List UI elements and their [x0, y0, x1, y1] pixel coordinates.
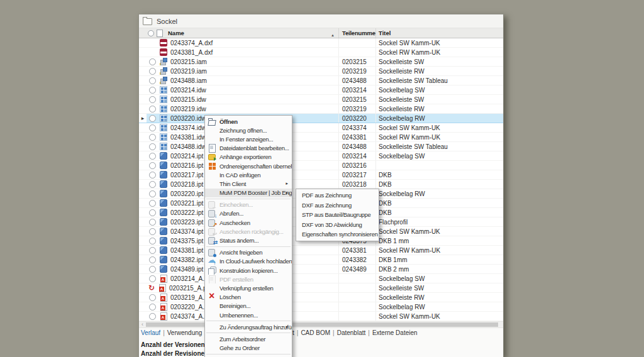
- row-select-circle[interactable]: [149, 219, 156, 226]
- tab-datenblatt[interactable]: Datenblatt: [337, 329, 366, 336]
- row-select-circle[interactable]: [149, 58, 156, 65]
- context-menu-item[interactable]: Öffnen: [205, 117, 292, 126]
- row-select-circle[interactable]: [149, 68, 156, 75]
- context-menu-item[interactable]: Status ändern...: [205, 236, 292, 244]
- table-row[interactable]: 0203215.iam 0203215 Sockelleiste SW: [139, 57, 503, 67]
- table-row[interactable]: 0203219.iam 0203219 Sockelleiste RW: [139, 67, 503, 76]
- row-gutter: [139, 85, 147, 94]
- table-row[interactable]: 0203214.ipt 0203214 Sockelbelag SW: [139, 151, 503, 161]
- row-select-circle[interactable]: [149, 228, 156, 235]
- context-menu-item[interactable]: Löschen: [205, 293, 292, 302]
- table-row[interactable]: 0243489.ipt 0243489 DKB 2 mm: [139, 265, 503, 274]
- context-menu-item[interactable]: Umbenennen...: [205, 310, 292, 319]
- table-row[interactable]: 0203217.ipt 0203217 DKB: [139, 170, 503, 180]
- row-select-circle[interactable]: [149, 96, 156, 103]
- context-menu-item[interactable]: MuM PDM Booster | Job Engine: [205, 189, 292, 197]
- column-header-teilenummer[interactable]: Teilenummer: [339, 28, 376, 38]
- file-name: 0243488.iam: [170, 77, 207, 84]
- table-row[interactable]: 0243381.ipt 0243381 Sockel RW Kamm-UK: [139, 246, 503, 255]
- titel-cell: Sockelbelag RW: [376, 114, 503, 123]
- table-row[interactable]: 0243381.idw 0243381 Sockel RW Kamm-UK: [139, 133, 503, 142]
- context-menu-item[interactable]: Konstruktion kopieren...: [205, 266, 292, 275]
- row-select-circle[interactable]: [149, 200, 156, 207]
- table-row[interactable]: 0243374_A.dxf Sockel SW Kamm-UK: [139, 38, 503, 48]
- table-row[interactable]: 0203220.idw 0203220 Sockelbelag RW: [139, 114, 503, 123]
- row-select-circle[interactable]: [149, 190, 156, 197]
- context-menu-item[interactable]: Ansicht freigeben: [205, 248, 292, 257]
- row-select-circle[interactable]: [149, 143, 156, 150]
- row-select-circle[interactable]: [149, 106, 156, 113]
- row-select-circle[interactable]: [149, 304, 156, 310]
- row-select-circle[interactable]: [149, 294, 156, 301]
- context-menu-item[interactable]: In Cloud-Laufwerk hochladen: [205, 257, 292, 266]
- row-select-circle[interactable]: [149, 256, 156, 263]
- row-select-circle[interactable]: [149, 238, 156, 244]
- row-select-circle[interactable]: [149, 77, 156, 84]
- tab-cad-bom[interactable]: CAD BOM: [301, 329, 330, 336]
- table-row[interactable]: 0243374_A.pdf Sockel SW Kamm-UK: [139, 312, 503, 321]
- horizontal-scrollbar[interactable]: [139, 321, 503, 327]
- row-select-circle[interactable]: [149, 172, 156, 178]
- row-select-circle[interactable]: [149, 181, 156, 188]
- context-menu-item[interactable]: Thin Client: [205, 179, 292, 188]
- idw-file-icon: [160, 124, 167, 131]
- column-header-name[interactable]: Name: [139, 28, 339, 38]
- context-menu-item[interactable]: Abrufen...: [205, 209, 292, 218]
- table-row[interactable]: 0203215.idw 0203215 Sockelleiste SW: [139, 95, 503, 104]
- row-select-circle[interactable]: [149, 115, 156, 122]
- table-row[interactable]: 0243488.idw 0243488 Sockelleiste SW Tabl…: [139, 142, 503, 151]
- context-menu-item[interactable]: Dateidatenblatt bearbeiten...: [205, 144, 292, 153]
- row-select-circle[interactable]: [149, 247, 156, 254]
- file-name-cell: 0203219.iam: [147, 67, 339, 75]
- row-select-circle[interactable]: [149, 153, 156, 160]
- submenu-item[interactable]: DXF von 3D Abwicklung: [296, 220, 379, 230]
- tab-verlauf[interactable]: Verlauf: [141, 329, 160, 336]
- submenu-item[interactable]: STP aus Bauteil/Baugruppe: [296, 210, 379, 220]
- table-row[interactable]: 0203219.idw 0203219 Sockelleiste RW: [139, 104, 503, 114]
- table-row[interactable]: 0203214.idw 0203214 Sockelbelag SW: [139, 85, 503, 95]
- row-select-circle[interactable]: [149, 266, 156, 273]
- context-menu-item[interactable]: Verknüpfung erstellen: [205, 283, 292, 292]
- scrollbar-thumb[interactable]: [146, 322, 498, 327]
- column-header-titel[interactable]: Titel: [376, 28, 503, 38]
- dxf-file-icon: [160, 48, 167, 56]
- table-row[interactable]: 0203219_A.pdf Sockelleiste RW: [139, 293, 503, 302]
- row-select-circle[interactable]: [149, 162, 156, 169]
- column-header-titel-label: Titel: [379, 30, 391, 36]
- table-row[interactable]: 0203215_A.pdf Sockelleiste SW: [139, 283, 503, 293]
- table-row[interactable]: 0203218.ipt 0203218 DKB: [139, 180, 503, 189]
- context-menu-item[interactable]: Zeichnung öffnen...: [205, 126, 292, 135]
- submenu-item[interactable]: Eigenschaften synchronisieren: [296, 229, 379, 239]
- context-menu-item[interactable]: Gehe zu Ordner: [205, 344, 292, 353]
- table-row[interactable]: 0243381_A.dxf Sockel RW Kamm-UK: [139, 48, 503, 57]
- context-menu-item[interactable]: Bereinigen...: [205, 302, 292, 310]
- ipt-file-icon: [160, 237, 167, 244]
- submenu-item[interactable]: DXF aus Zeichnung: [296, 200, 379, 211]
- row-select-circle[interactable]: [149, 209, 156, 216]
- row-select-circle[interactable]: [149, 134, 156, 141]
- table-row[interactable]: 0243488.iam 0243488 Sockelleiste SW Tabl…: [139, 76, 503, 85]
- context-menu-item[interactable]: Zum Arbeitsordner: [205, 334, 292, 343]
- submenu-item[interactable]: PDF aus Zeichnung: [296, 190, 379, 200]
- table-row[interactable]: 0203214_A.pdf Sockelbelag SW: [139, 274, 503, 283]
- tab-externe-dateien[interactable]: Externe Dateien: [372, 329, 418, 336]
- row-select-circle[interactable]: [149, 124, 156, 131]
- scroll-left-button[interactable]: [139, 322, 146, 327]
- context-menu-item[interactable]: In Fenster anzeigen...: [205, 135, 292, 143]
- context-menu-item[interactable]: In CAD einfügen: [205, 170, 292, 179]
- table-row[interactable]: 0203220_A.pdf Sockelbelag RW: [139, 302, 503, 312]
- row-select-circle[interactable]: [149, 87, 156, 94]
- context-menu-item[interactable]: Anhänge exportieren: [205, 153, 292, 162]
- menu-item-icon: [208, 189, 216, 197]
- menu-item-label: Thin Client: [219, 180, 246, 187]
- table-row[interactable]: 0203216.ipt 0203216: [139, 161, 503, 170]
- row-select-circle[interactable]: [149, 313, 156, 320]
- titel-cell: DKB: [376, 180, 503, 189]
- tab-verwendung[interactable]: Verwendung: [167, 329, 203, 336]
- context-menu-item[interactable]: Zu Änderungsauftrag hinzufügen: [205, 322, 292, 331]
- context-menu-item[interactable]: Ordnereigenschaften übernehmen: [205, 162, 292, 170]
- table-row[interactable]: 0243374.idw 0243374 Sockel SW Kamm-UK: [139, 123, 503, 133]
- context-menu-item[interactable]: Auschecken: [205, 218, 292, 227]
- row-select-circle[interactable]: [149, 275, 156, 282]
- table-row[interactable]: 0243382.ipt 0243382 DKB 1mm: [139, 255, 503, 265]
